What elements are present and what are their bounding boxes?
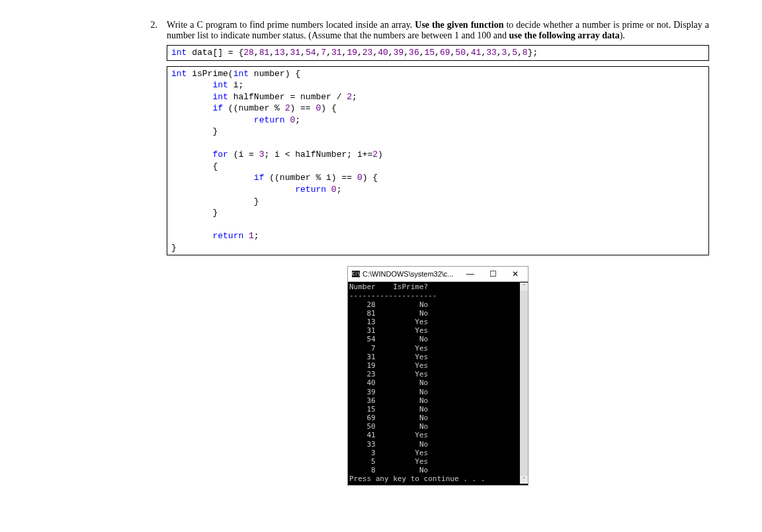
console-scrollbar[interactable]: ˄ ˅: [520, 283, 528, 483]
console-text: Number IsPrime? -------------------- 28 …: [349, 283, 520, 483]
minimize-button[interactable]: —: [460, 269, 480, 279]
console-window: C:\ C:\WINDOWS\system32\c... — ☐ ✕ Numbe…: [347, 266, 529, 485]
console-icon: C:\: [352, 271, 360, 277]
scroll-down-icon[interactable]: ˅: [520, 476, 528, 484]
question-bold1: Use the given function: [415, 20, 503, 30]
maximize-button[interactable]: ☐: [483, 269, 503, 279]
isprime-function-code: int isPrime(int number) { int i; int hal…: [167, 66, 709, 256]
question-body: Write a C program to find prime numbers …: [167, 20, 709, 486]
question-text: Write a C program to find prime numbers …: [167, 20, 709, 41]
question-number: 2.: [146, 20, 157, 486]
question: 2. Write a C program to find prime numbe…: [146, 20, 709, 486]
question-text-part1: Write a C program to find prime numbers …: [167, 20, 415, 30]
close-button[interactable]: ✕: [505, 269, 525, 279]
question-text-part3: ).: [620, 30, 625, 40]
scroll-up-icon[interactable]: ˄: [520, 283, 528, 290]
console-titlebar: C:\ C:\WINDOWS\system32\c... — ☐ ✕: [348, 267, 528, 282]
console-title: C:\WINDOWS\system32\c...: [362, 270, 458, 278]
console-body: Number IsPrime? -------------------- 28 …: [348, 282, 528, 484]
page-root: 2. Write a C program to find prime numbe…: [0, 0, 762, 506]
console-output-wrapper: C:\ C:\WINDOWS\system32\c... — ☐ ✕ Numbe…: [167, 266, 709, 485]
question-bold2: use the following array data: [509, 30, 619, 40]
array-data-code: int data[] = {28,81,13,31,54,7,31,19,23,…: [167, 45, 709, 61]
